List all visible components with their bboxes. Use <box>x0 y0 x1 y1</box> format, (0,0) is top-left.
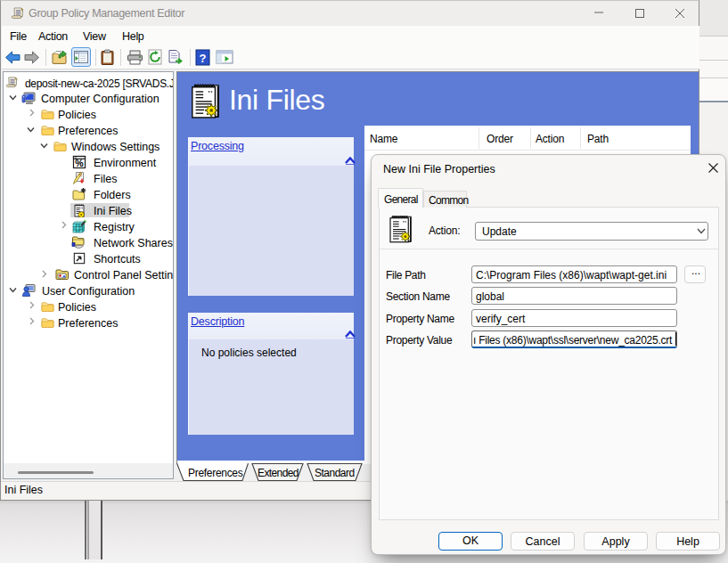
svg-text:?: ? <box>200 52 207 65</box>
